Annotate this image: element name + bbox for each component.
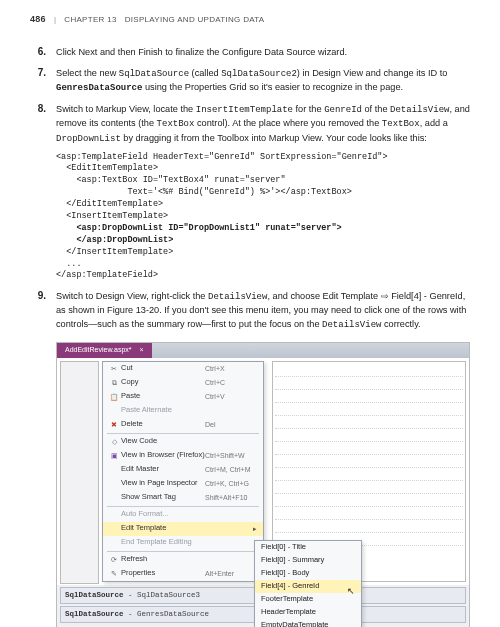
context-menu[interactable]: CutCtrl+XCopyCtrl+CPasteCtrl+VPaste Alte… (102, 361, 264, 582)
step-number: 8. (30, 103, 46, 282)
chapter-label: CHAPTER 13 (64, 15, 116, 24)
menu-label: View Code (121, 436, 205, 447)
submenu-item[interactable]: Field[0] - Summary (255, 554, 361, 567)
page-number: 486 (30, 14, 46, 24)
menu-label: Properties (121, 568, 205, 579)
menu-item[interactable]: DeleteDel (103, 418, 263, 432)
menu-shortcut: Ctrl+V (205, 392, 257, 402)
submenu-item[interactable]: EmptyDataTemplate (255, 619, 361, 627)
step-body: Switch to Design View, right-click the D… (56, 290, 470, 627)
menu-label: Paste Alternate (121, 405, 205, 416)
menu-shortcut: Ctrl+Shift+W (205, 451, 257, 461)
menu-shortcut: Alt+Enter (205, 569, 257, 579)
list-item: 6. Click Next and then Finish to finaliz… (30, 46, 470, 59)
menu-item[interactable]: CutCtrl+X (103, 362, 263, 376)
submenu-item[interactable]: FooterTemplate (255, 593, 361, 606)
menu-item[interactable]: PasteCtrl+V (103, 390, 263, 404)
step-number: 6. (30, 46, 46, 59)
designer-margin (60, 361, 99, 584)
menu-label: Edit Template (121, 523, 253, 534)
submenu-item[interactable]: HeaderTemplate (255, 606, 361, 619)
submenu-item[interactable]: Field[0] - Title (255, 541, 361, 554)
ds-rest: - SqlDataSource3 (124, 591, 201, 599)
numbered-list: 6. Click Next and then Finish to finaliz… (30, 46, 470, 627)
menu-shortcut: Ctrl+M, Ctrl+M (205, 465, 257, 475)
header-sep: | (54, 15, 56, 24)
submenu-item[interactable]: Field[0] - Body (255, 567, 361, 580)
list-item: 7. Select the new SqlDataSource (called … (30, 67, 470, 95)
menu-shortcut: Ctrl+X (205, 364, 257, 374)
menu-item[interactable]: Show Smart TagShift+Alt+F10 (103, 491, 263, 505)
editor-tab[interactable]: AddEditReview.aspx* × (57, 343, 152, 358)
step-body: Select the new SqlDataSource (called Sql… (56, 67, 470, 95)
chapter-title: DISPLAYING AND UPDATING DATA (125, 15, 265, 24)
menu-item[interactable]: View in Page InspectorCtrl+K, Ctrl+G (103, 477, 263, 491)
menu-label: Auto Format... (121, 509, 205, 520)
menu-shortcut: Ctrl+K, Ctrl+G (205, 479, 257, 489)
ic-brw-icon (107, 451, 121, 461)
menu-label: Edit Master (121, 464, 205, 475)
ic-cut-icon (107, 364, 121, 374)
menu-label: Delete (121, 419, 205, 430)
submenu-arrow-icon (253, 524, 257, 534)
menu-shortcut: Del (205, 420, 257, 430)
close-icon[interactable]: × (140, 345, 144, 355)
menu-item[interactable]: PropertiesAlt+Enter (103, 567, 263, 581)
code-block: <asp:TemplateField HeaderText="GenreId" … (56, 152, 470, 283)
menu-label: Cut (121, 363, 205, 374)
step-body: Switch to Markup View, locate the Insert… (56, 103, 470, 282)
menu-item[interactable]: End Template Editing (103, 536, 263, 550)
ic-del-icon (107, 420, 121, 430)
menu-item[interactable]: Refresh (103, 553, 263, 567)
tab-bar: AddEditReview.aspx* × (57, 343, 469, 358)
ic-copy-icon (107, 378, 121, 388)
ic-code-icon (107, 437, 121, 447)
menu-label: View in Page Inspector (121, 478, 205, 489)
figure-screenshot: AddEditReview.aspx* × CutCtrl+XCopyCtrl+… (56, 342, 470, 627)
tab-label: AddEditReview.aspx* (65, 345, 132, 355)
menu-label: Copy (121, 377, 205, 388)
step-number: 7. (30, 67, 46, 95)
menu-label: View in Browser (Firefox) (121, 450, 205, 461)
submenu-item[interactable]: Field[4] - GenreId (255, 580, 361, 593)
ic-prop-icon (107, 569, 121, 579)
menu-item[interactable]: Paste Alternate (103, 404, 263, 418)
menu-label: Paste (121, 391, 205, 402)
menu-label: End Template Editing (121, 537, 205, 548)
menu-shortcut: Ctrl+C (205, 378, 257, 388)
running-header: 486 | CHAPTER 13 DISPLAYING AND UPDATING… (30, 14, 470, 24)
menu-item[interactable]: Edit MasterCtrl+M, Ctrl+M (103, 463, 263, 477)
menu-item[interactable]: View in Browser (Firefox)Ctrl+Shift+W (103, 449, 263, 463)
menu-label: Show Smart Tag (121, 492, 205, 503)
step-number: 9. (30, 290, 46, 627)
step-body: Click Next and then Finish to finalize t… (56, 46, 470, 59)
ds-rest: - GenresDataSource (124, 610, 210, 618)
menu-item[interactable]: Edit Template (103, 522, 263, 536)
list-item: 8. Switch to Markup View, locate the Ins… (30, 103, 470, 282)
menu-label: Refresh (121, 554, 205, 565)
list-item: 9. Switch to Design View, right-click th… (30, 290, 470, 627)
menu-item[interactable]: CopyCtrl+C (103, 376, 263, 390)
ic-paste-icon (107, 392, 121, 401)
ds-name: SqlDataSource (65, 591, 124, 599)
ds-name: SqlDataSource (65, 610, 124, 618)
menu-shortcut: Shift+Alt+F10 (205, 493, 257, 503)
ic-ref-icon (107, 555, 121, 565)
cursor-icon: ↖ (347, 585, 355, 598)
edit-template-submenu[interactable]: Field[0] - TitleField[0] - SummaryField[… (254, 540, 362, 627)
menu-item[interactable]: Auto Format... (103, 508, 263, 522)
menu-item[interactable]: View Code (103, 435, 263, 449)
